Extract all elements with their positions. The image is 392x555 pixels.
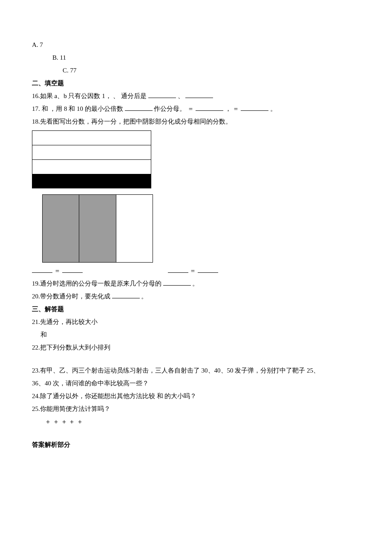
- eq-sign: ＝: [190, 267, 196, 274]
- q18-equations: ＝ ＝: [32, 264, 360, 277]
- question-18: 18.先看图写出分数，再分一分，把图中阴影部分化成分母相同的分数。: [32, 115, 360, 128]
- question-23-line2: 36、40 次，请问谁的命中率比较高一些？: [32, 377, 360, 390]
- question-21-sub: 和: [32, 328, 360, 341]
- question-19: 19.通分时选用的公分母一般是原来几个分母的 。: [32, 277, 360, 290]
- option-a: A. 7: [32, 38, 360, 51]
- q19-p1: 19.通分时选用的公分母一般是原来几个分母的: [32, 280, 161, 287]
- blank: [62, 266, 83, 273]
- fig2-cell-shaded: [43, 195, 79, 262]
- question-21: 21.先通分，再比较大小: [32, 315, 360, 328]
- figures: [32, 130, 360, 263]
- fig1-row-shaded: [32, 174, 151, 188]
- q17-p1: 17. 和 ，用 8 和 10 的最小公倍数: [32, 105, 123, 112]
- fig2-cell: [116, 195, 153, 262]
- q19-p2: 。: [192, 280, 199, 287]
- q17-p3: ， ＝: [225, 105, 239, 112]
- q18-eq-left: ＝: [32, 264, 83, 277]
- blank: [112, 292, 140, 298]
- question-24: 24.除了通分以外，你还能想出其他方法比较 和 的大小吗？: [32, 390, 360, 402]
- q20-p1: 20.带分数通分时，要先化成: [32, 293, 110, 300]
- fig2-cell-shaded: [79, 195, 116, 262]
- blank: [168, 266, 188, 273]
- question-17: 17. 和 ，用 8 和 10 的最小公倍数 作公分母。 ＝ ， ＝ 。: [32, 102, 360, 115]
- spacer: [32, 354, 360, 364]
- figure-2: [42, 194, 153, 263]
- blank: [148, 91, 176, 98]
- question-25: 25.你能用简便方法计算吗？: [32, 402, 360, 415]
- question-25-sub: ＋ ＋ ＋ ＋ ＋: [32, 415, 360, 428]
- blank: [198, 266, 218, 273]
- section-2-title: 二、填空题: [32, 77, 360, 90]
- q16-sep: 、: [178, 92, 184, 99]
- option-c: C. 77: [32, 64, 360, 77]
- fig1-row: [32, 145, 151, 159]
- q18-eq-right: ＝: [168, 264, 219, 277]
- question-16: 16.如果 a、b 只有公因数 1， 、 通分后是 、: [32, 90, 360, 102]
- blank: [125, 104, 153, 111]
- blank: [163, 279, 191, 286]
- blank: [32, 266, 52, 273]
- q17-p4: 。: [270, 105, 277, 112]
- q17-p2: 作公分母。 ＝: [154, 105, 194, 112]
- fig1-row: [32, 159, 151, 174]
- q16-text: 16.如果 a、b 只有公因数 1， 、 通分后是: [32, 92, 147, 99]
- blank: [185, 91, 213, 98]
- spacer: [32, 428, 360, 438]
- question-22: 22.把下列分数从大到小排列: [32, 341, 360, 354]
- q20-p2: 。: [141, 293, 147, 300]
- section-3-title: 三、解答题: [32, 303, 360, 315]
- option-b: B. 11: [32, 51, 360, 64]
- question-20: 20.带分数通分时，要先化成 。: [32, 290, 360, 303]
- figure-1: [32, 130, 151, 188]
- question-23-line1: 23.有甲、乙、丙三个射击运动员练习射击，三人各自射击了 30、40、50 发子…: [32, 364, 360, 377]
- blank: [241, 104, 268, 111]
- blank: [196, 104, 223, 111]
- fig1-row: [32, 130, 151, 145]
- eq-sign: ＝: [54, 267, 61, 274]
- answer-section-title: 答案解析部分: [32, 438, 360, 451]
